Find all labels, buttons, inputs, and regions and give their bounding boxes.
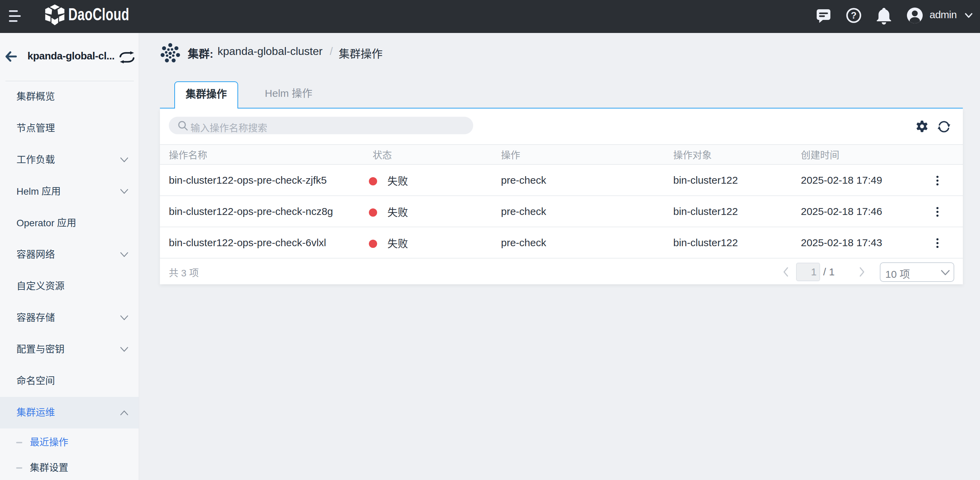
svg-text:?: ? [851,10,857,21]
